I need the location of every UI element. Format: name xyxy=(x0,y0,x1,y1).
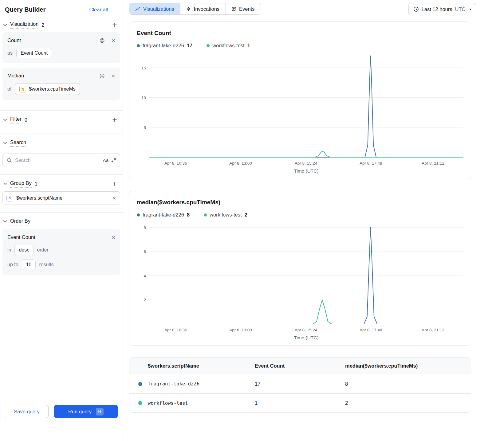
run-query-button[interactable]: Run query R xyxy=(54,405,118,418)
group-by-chip[interactable]: S $workers.scriptName × xyxy=(2,191,120,205)
close-icon[interactable]: × xyxy=(112,72,115,79)
table-row[interactable]: fragrant-lake-d226 17 8 xyxy=(129,374,471,393)
median-cell: 2 xyxy=(345,400,471,406)
panel-title: Query Builder xyxy=(5,6,45,13)
order-by-label: Order By xyxy=(10,218,30,225)
svg-text:Apr 8, 13:00: Apr 8, 13:00 xyxy=(229,328,252,332)
group-by-label: Group By xyxy=(10,180,32,188)
chevron-down-icon: ▾ xyxy=(469,7,471,11)
x-axis-label: Time (UTC) xyxy=(137,168,463,174)
series-total: 8 xyxy=(187,212,190,218)
visualization-count: 2 xyxy=(41,22,44,28)
svg-text:Apr 8, 15:24: Apr 8, 15:24 xyxy=(295,328,317,332)
clock-icon xyxy=(413,6,419,12)
panel-header: Query Builder Clear all xyxy=(2,4,120,13)
as-label: as xyxy=(7,50,13,56)
query-builder-panel: Query Builder Clear all Visualization 2 … xyxy=(0,0,123,441)
visualization-card-median: Median @ × of N $workers.cpuTimeMs xyxy=(2,68,120,100)
series-dot xyxy=(137,44,140,47)
event-count-chart-card: Event Count fragrant-lake-d226 17 workfl… xyxy=(129,21,471,179)
search-box: Aa * xyxy=(2,154,120,167)
view-tabs: Visualizations Invocations Events xyxy=(129,3,261,15)
close-icon[interactable]: × xyxy=(112,37,115,44)
series-dot xyxy=(204,213,207,217)
search-icon xyxy=(6,158,12,163)
divider xyxy=(0,212,123,213)
in-label: in xyxy=(7,247,11,253)
chevron-down-icon[interactable] xyxy=(3,119,7,121)
legend-item[interactable]: fragrant-lake-d226 17 xyxy=(137,43,192,49)
match-case-icon[interactable]: Aa xyxy=(103,158,108,163)
series-total: 1 xyxy=(247,43,250,49)
filter-label: Filter xyxy=(10,116,22,123)
chevron-down-icon[interactable] xyxy=(3,142,7,144)
lightning-icon xyxy=(186,6,191,11)
clear-all-link[interactable]: Clear all xyxy=(89,7,108,13)
add-group-by-button[interactable]: + xyxy=(110,180,120,188)
column-header: median($workers.cpuTimeMs) xyxy=(345,363,471,369)
regex-icon[interactable]: * xyxy=(112,158,116,163)
event-count-cell: 17 xyxy=(255,381,345,387)
close-icon[interactable]: × xyxy=(112,234,115,240)
string-type-icon: S xyxy=(6,195,13,201)
add-filter-button[interactable]: + xyxy=(110,116,120,123)
column-header: $workers.scriptName xyxy=(148,363,255,369)
results-label: results xyxy=(39,262,53,267)
order-by-field: Event Count xyxy=(7,234,35,240)
series-dot xyxy=(138,382,142,386)
results-table: $workers.scriptName Event Count median($… xyxy=(129,357,471,413)
svg-text:Apr 8, 15:24: Apr 8, 15:24 xyxy=(295,161,317,166)
line-chart-icon xyxy=(135,6,140,12)
number-type-icon: N xyxy=(19,86,26,92)
chevron-down-icon[interactable] xyxy=(3,182,7,185)
of-label: of xyxy=(7,86,11,92)
svg-text:Apr 8, 13:00: Apr 8, 13:00 xyxy=(229,161,252,166)
chart-title: median($workers.cpuTimeMs) xyxy=(137,199,463,206)
sidebar-footer: Save query Run query R xyxy=(2,405,120,418)
order-by-section-header: Order By xyxy=(3,218,120,225)
save-query-button[interactable]: Save query xyxy=(5,405,49,418)
time-range-selector[interactable]: Last 12 hours UTC ▾ xyxy=(408,3,476,15)
visualization-section-header: Visualization 2 + xyxy=(3,21,120,29)
divider xyxy=(0,110,123,111)
svg-text:4: 4 xyxy=(144,274,146,278)
series-dot xyxy=(207,44,210,47)
chevron-down-icon[interactable] xyxy=(3,220,7,223)
svg-text:Apr 8, 21:12: Apr 8, 21:12 xyxy=(422,328,444,332)
chevron-down-icon[interactable] xyxy=(3,24,7,26)
limit-chip[interactable]: 10 xyxy=(22,260,36,270)
legend-item[interactable]: fragrant-lake-d226 8 xyxy=(137,212,190,218)
series-dot xyxy=(138,401,142,405)
event-count-chip[interactable]: Event Count xyxy=(16,48,52,58)
search-label: Search xyxy=(10,139,26,147)
group-by-count: 1 xyxy=(35,181,37,187)
svg-text:15: 15 xyxy=(141,66,146,70)
tab-invocations[interactable]: Invocations xyxy=(180,3,225,14)
divider xyxy=(0,134,123,134)
legend-item[interactable]: workflows-test 1 xyxy=(207,43,250,49)
add-visualization-button[interactable]: + xyxy=(110,21,120,29)
shortcut-key-badge: R xyxy=(96,408,104,416)
svg-text:8: 8 xyxy=(144,225,146,230)
mention-icon[interactable]: @ xyxy=(99,37,104,44)
median-chart: 2468Apr 8, 10:36Apr 8, 13:00Apr 8, 15:24… xyxy=(137,221,463,334)
script-name-cell: fragrant-lake-d226 xyxy=(148,381,255,387)
mention-icon[interactable]: @ xyxy=(99,73,104,79)
series-total: 2 xyxy=(245,212,247,218)
direction-chip[interactable]: desc xyxy=(14,245,33,255)
chart-legend: fragrant-lake-d226 8 workflows-test 2 xyxy=(137,212,463,218)
visualization-card-count: Count @ × as Event Count xyxy=(2,32,120,63)
tab-events[interactable]: Events xyxy=(225,3,260,14)
chart-title: Event Count xyxy=(137,30,463,37)
legend-item[interactable]: workflows-test 2 xyxy=(204,212,247,218)
svg-text:Apr 8, 10:36: Apr 8, 10:36 xyxy=(164,328,187,332)
close-icon[interactable]: × xyxy=(112,195,116,201)
search-input[interactable] xyxy=(15,158,100,163)
table-row[interactable]: workflows-test 1 2 xyxy=(129,393,471,412)
event-count-cell: 1 xyxy=(255,400,345,406)
time-range-label: Last 12 hours xyxy=(422,6,452,12)
chart-legend: fragrant-lake-d226 17 workflows-test 1 xyxy=(137,43,463,49)
series-name: fragrant-lake-d226 xyxy=(143,43,184,49)
tab-visualizations[interactable]: Visualizations xyxy=(129,3,180,14)
cpu-time-chip[interactable]: N $workers.cpuTimeMs xyxy=(15,83,80,95)
